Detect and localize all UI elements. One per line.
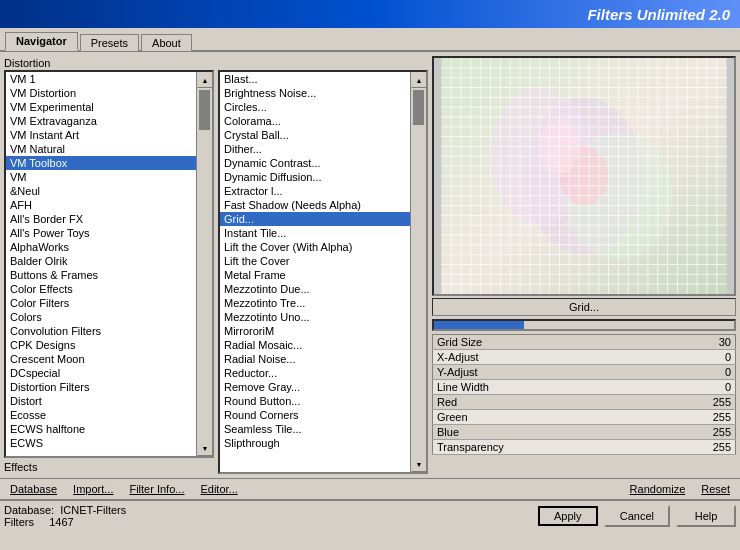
- param-label-red: Red: [433, 395, 686, 410]
- filter-item[interactable]: Circles...: [220, 100, 410, 114]
- filter-item[interactable]: Fast Shadow (Needs Alpha): [220, 198, 410, 212]
- param-label-transparency: Transparency: [433, 440, 686, 455]
- filter-item[interactable]: MirrororiM: [220, 324, 410, 338]
- right-panel: Grid... Grid Size 30 X-Adjust 0 Y-Adjus: [432, 56, 736, 474]
- list-item[interactable]: All's Power Toys: [6, 226, 196, 240]
- filter-item[interactable]: Remove Gray...: [220, 380, 410, 394]
- list-item[interactable]: Convolution Filters: [6, 324, 196, 338]
- list-item[interactable]: Ecosse: [6, 408, 196, 422]
- filter-item[interactable]: Brightness Noise...: [220, 86, 410, 100]
- scroll-down-arrow[interactable]: ▼: [411, 456, 427, 472]
- filter-item[interactable]: Reductor...: [220, 366, 410, 380]
- middle-scrollbar[interactable]: ▲ ▼: [410, 72, 426, 472]
- editor-button[interactable]: Editor...: [194, 481, 243, 497]
- filter-item[interactable]: Dither...: [220, 142, 410, 156]
- list-item[interactable]: All's Border FX: [6, 212, 196, 226]
- list-item[interactable]: Balder Olrik: [6, 254, 196, 268]
- list-item[interactable]: VM: [6, 170, 196, 184]
- tab-navigator[interactable]: Navigator: [5, 32, 78, 51]
- filter-item-selected[interactable]: Grid...: [220, 212, 410, 226]
- list-item[interactable]: DCspecial: [6, 366, 196, 380]
- filter-item[interactable]: Instant Tile...: [220, 226, 410, 240]
- help-button[interactable]: Help: [676, 505, 736, 527]
- left-scrollbar[interactable]: ▲ ▼: [196, 72, 212, 456]
- action-buttons: Apply Cancel Help: [538, 505, 736, 527]
- filter-item[interactable]: Extractor l...: [220, 184, 410, 198]
- list-item[interactable]: VM Extravaganza: [6, 114, 196, 128]
- list-item[interactable]: ECWS halftone: [6, 422, 196, 436]
- list-item[interactable]: CPK Designs: [6, 338, 196, 352]
- filter-item[interactable]: Radial Mosaic...: [220, 338, 410, 352]
- param-row-blue: Blue 255: [433, 425, 736, 440]
- middle-list: Blast... Brightness Noise... Circles... …: [218, 70, 428, 474]
- filter-item[interactable]: Mezzotinto Tre...: [220, 296, 410, 310]
- progress-fill: [434, 321, 524, 329]
- list-item-selected[interactable]: VM Toolbox: [6, 156, 196, 170]
- filter-item[interactable]: Mezzotinto Uno...: [220, 310, 410, 324]
- bottom-toolbar: Database Import... Filter Info... Editor…: [0, 478, 740, 499]
- list-item[interactable]: Color Effects: [6, 282, 196, 296]
- list-item[interactable]: Buttons & Frames: [6, 268, 196, 282]
- main-content: Distortion VM 1 VM Distortion VM Experim…: [0, 52, 740, 478]
- list-item[interactable]: ECWS: [6, 436, 196, 450]
- list-item[interactable]: Color Filters: [6, 296, 196, 310]
- filter-item[interactable]: Seamless Tile...: [220, 422, 410, 436]
- reset-button[interactable]: Reset: [695, 481, 736, 497]
- list-item[interactable]: Distortion Filters: [6, 380, 196, 394]
- randomize-button[interactable]: Randomize: [624, 481, 692, 497]
- preview-svg: [434, 58, 734, 294]
- list-item[interactable]: VM Experimental: [6, 100, 196, 114]
- filter-item[interactable]: Slipthrough: [220, 436, 410, 450]
- list-item[interactable]: VM Distortion: [6, 86, 196, 100]
- list-item[interactable]: Colors: [6, 310, 196, 324]
- database-button[interactable]: Database: [4, 481, 63, 497]
- filter-item[interactable]: Lift the Cover: [220, 254, 410, 268]
- app-title: Filters Unlimited 2.0: [587, 6, 730, 23]
- filter-info-button[interactable]: Filter Info...: [123, 481, 190, 497]
- filter-item[interactable]: Round Corners: [220, 408, 410, 422]
- filter-item[interactable]: Metal Frame: [220, 268, 410, 282]
- scroll-up-arrow[interactable]: ▲: [411, 72, 427, 88]
- import-button[interactable]: Import...: [67, 481, 119, 497]
- filter-item[interactable]: Round Button...: [220, 394, 410, 408]
- param-value-xadjust: 0: [686, 350, 736, 365]
- filter-item[interactable]: Crystal Ball...: [220, 128, 410, 142]
- scroll-thumb[interactable]: [411, 88, 426, 456]
- scroll-down-arrow[interactable]: ▼: [197, 440, 213, 456]
- filter-item[interactable]: Blast...: [220, 72, 410, 86]
- apply-button[interactable]: Apply: [538, 506, 598, 526]
- list-item[interactable]: AlphaWorks: [6, 240, 196, 254]
- param-value-blue: 255: [686, 425, 736, 440]
- list-item[interactable]: Distort: [6, 394, 196, 408]
- filter-item[interactable]: Dynamic Diffusion...: [220, 170, 410, 184]
- list-item[interactable]: Crescent Moon: [6, 352, 196, 366]
- param-row-red: Red 255: [433, 395, 736, 410]
- list-item[interactable]: VM Instant Art: [6, 128, 196, 142]
- list-item[interactable]: VM Natural: [6, 142, 196, 156]
- filters-status: Filters 1467: [4, 516, 538, 528]
- filter-item[interactable]: Radial Noise...: [220, 352, 410, 366]
- status-left: Database: ICNET-Filters Filters 1467: [4, 504, 538, 528]
- database-status: Database: ICNET-Filters: [4, 504, 538, 516]
- filter-item[interactable]: Lift the Cover (With Alpha): [220, 240, 410, 254]
- cancel-button[interactable]: Cancel: [604, 505, 670, 527]
- left-list-inner[interactable]: VM 1 VM Distortion VM Experimental VM Ex…: [6, 72, 196, 456]
- params-table: Grid Size 30 X-Adjust 0 Y-Adjust 0 Line …: [432, 334, 736, 455]
- param-label-linewidth: Line Width: [433, 380, 686, 395]
- preview-area: [432, 56, 736, 296]
- middle-panel: Blast... Brightness Noise... Circles... …: [218, 56, 428, 474]
- progress-bar-container: [432, 319, 736, 331]
- param-label-green: Green: [433, 410, 686, 425]
- tab-presets[interactable]: Presets: [80, 34, 139, 51]
- filter-item[interactable]: Dynamic Contrast...: [220, 156, 410, 170]
- distortion-label: Distortion: [4, 56, 214, 70]
- filter-item[interactable]: Colorama...: [220, 114, 410, 128]
- scroll-up-arrow[interactable]: ▲: [197, 72, 213, 88]
- filter-item[interactable]: Mezzotinto Due...: [220, 282, 410, 296]
- list-item[interactable]: VM 1: [6, 72, 196, 86]
- list-item[interactable]: AFH: [6, 198, 196, 212]
- middle-list-inner[interactable]: Blast... Brightness Noise... Circles... …: [220, 72, 410, 472]
- list-item[interactable]: &Neul: [6, 184, 196, 198]
- scroll-thumb[interactable]: [197, 88, 212, 440]
- tab-about[interactable]: About: [141, 34, 192, 51]
